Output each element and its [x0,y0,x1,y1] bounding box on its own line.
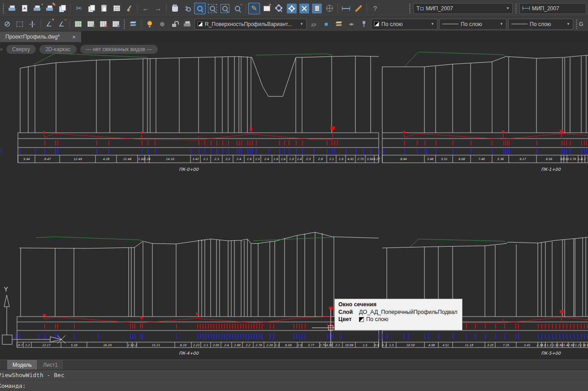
svg-text:2.05: 2.05 [212,343,219,347]
zoom-object-button[interactable] [219,3,231,14]
drawing-area[interactable]: 5.948.4712.494.2811.461.922.2414.103.422… [0,42,588,360]
viewport-control-corner[interactable] [0,48,3,51]
pline-del-vertex-button[interactable]: ∠− [56,18,67,30]
edit-pencil-button[interactable]: ✎ [248,3,260,14]
toolbar-grip[interactable] [123,19,125,29]
view-pill-visual-style[interactable]: 2D-каркас [39,45,76,54]
paste-button[interactable] [98,3,110,14]
paste-icon [101,5,107,12]
svg-text:1.9: 1.9 [289,157,294,161]
layer-visibility-button[interactable] [144,18,156,30]
zoom-dynamic-button[interactable] [207,3,218,14]
match-properties-button[interactable] [123,3,135,14]
svg-text:10.58: 10.58 [406,343,415,347]
layer-lock-button[interactable] [169,18,181,30]
snap-frame-button[interactable] [14,18,26,30]
zoom-realtime-button[interactable] [182,3,193,14]
clipped-toolbar-label: G [579,21,583,27]
measure-quick-button[interactable] [353,3,364,14]
print-preview-button[interactable]: A [19,3,30,14]
toolbar-sep [166,4,167,13]
layer-freeze-button[interactable] [156,18,168,30]
help-button[interactable]: ? [369,3,381,14]
table-export-excel-button[interactable]: X [85,18,96,30]
plot-edit-button[interactable]: ✎ [44,3,56,14]
svg-text:2.1: 2.1 [203,157,208,161]
layer-plot-icon [184,21,191,27]
purge-table-button[interactable] [111,3,122,14]
zoom-window-button[interactable] [194,3,206,14]
layer-lock-icon [172,21,178,27]
view-pill-linked-views[interactable]: --- нет связанных видов --- [80,45,158,54]
drawing-canvas[interactable]: 5.948.4712.494.2811.461.922.2414.103.422… [0,42,588,360]
toolbar-grip[interactable] [409,4,411,13]
find-settings-button[interactable] [273,3,285,14]
options-button[interactable] [286,3,298,14]
svg-text:2.24: 2.24 [144,157,151,161]
snap-axis-button[interactable] [26,18,38,30]
print-button[interactable] [6,3,18,14]
dim-style-select[interactable]: МИП_2007 [519,3,586,14]
zoom-previous-button[interactable]: ← [232,3,243,14]
swatch-icon [374,22,379,26]
tab-list1[interactable]: Лист1 [38,360,64,369]
toolbar-sep [367,4,367,13]
text-style-select[interactable]: TМИП_2007▼ [413,3,513,14]
swatch-icon [198,22,203,26]
lineweight-select[interactable]: По слою▼ [508,19,573,30]
svg-text:3.25: 3.25 [487,343,493,347]
linetype-select[interactable]: По слою▼ [439,19,506,30]
layer-select[interactable]: R_ПоверхностьПрофильВариант...▼ [195,19,307,30]
svg-text:12.17: 12.17 [42,343,51,347]
text-style-select-value: МИП_2007 [426,5,504,12]
svg-text:1.2: 1.2 [382,343,387,347]
document-tab-bar: ПроектПрофиль.dwg* × [0,31,588,42]
tools-button[interactable] [298,3,310,14]
copy-button[interactable] [86,3,97,14]
layer-walk-button[interactable]: ◂▸ [346,18,357,30]
pan-button[interactable] [169,3,181,14]
close-icon[interactable]: × [72,34,76,40]
svg-text:2.23: 2.23 [193,343,199,347]
toolbar-grip[interactable] [2,4,4,13]
bylayer-swatch-icon [359,317,364,322]
svg-text:0.7: 0.7 [18,343,23,347]
measure-quick-icon [355,5,362,12]
view-frame-button[interactable] [261,3,272,14]
layer-isolate-button[interactable] [358,18,370,30]
pan-icon [172,5,178,12]
table-numbering-button[interactable]: N [110,18,121,30]
pline-add-vertex-button[interactable]: ∠+ [43,18,55,30]
svg-text:1.6: 1.6 [281,157,285,161]
table-insert-button[interactable] [72,18,84,30]
svg-text:2.2: 2.2 [246,343,251,347]
copy-sheets-button[interactable] [56,3,68,14]
cut-button[interactable]: ✂ [73,3,85,14]
snap-none-button[interactable]: ⊘ [1,18,13,30]
view-pill-top[interactable]: Сверху [6,45,36,54]
plot-settings-button[interactable]: • [31,3,43,14]
redo-button[interactable]: → [152,3,164,14]
table-recognize-button[interactable]: A [97,18,109,30]
purge-table-icon [113,5,120,11]
layer-states-button[interactable] [333,18,345,30]
toolbar-grip[interactable] [575,19,578,29]
undo-button[interactable]: ← [140,3,151,14]
web-button[interactable] [324,3,335,14]
color-select[interactable]: По слою▼ [371,19,437,30]
web-icon [326,5,333,12]
tab-model[interactable]: Модель [7,360,38,369]
layer-visibility-icon [147,21,152,27]
layer-plot-button[interactable] [182,18,193,30]
specifications-button[interactable] [311,3,323,14]
object-tooltip: Окно сечения Слой ДО_АД_ПоперечныйПрофил… [334,299,463,330]
toolbar-grip[interactable] [515,4,517,13]
command-input[interactable]: Команда: [0,381,588,391]
svg-text:2.79: 2.79 [255,343,262,347]
tooltip-layer-value: ДО_АД_ПоперечныйПрофильПодвал [359,309,458,315]
document-tab[interactable]: ПроектПрофиль.dwg* × [0,31,81,42]
layer-previous-button[interactable]: ■ [320,18,332,30]
layer-make-current-button[interactable]: ▱ [308,18,320,30]
layers-manager-button[interactable] [127,18,139,30]
measure-distance-button[interactable] [340,3,352,14]
